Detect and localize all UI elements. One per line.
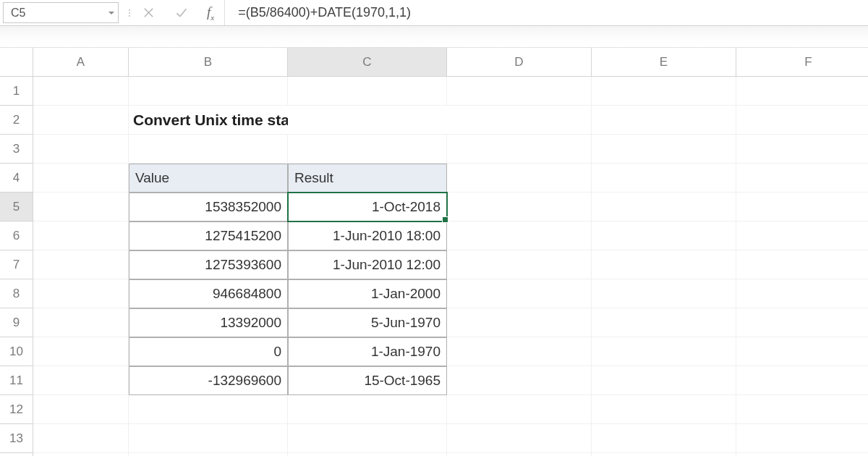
- cancel-icon[interactable]: [142, 6, 156, 20]
- cell-C13[interactable]: [288, 424, 447, 453]
- cell-F11[interactable]: [736, 366, 868, 395]
- cell-A2[interactable]: [33, 106, 129, 135]
- cell-D3[interactable]: [447, 135, 592, 164]
- row-head-2[interactable]: 2: [0, 106, 33, 135]
- cell-B12[interactable]: [129, 395, 288, 424]
- cell-C12[interactable]: [288, 395, 447, 424]
- cell-F1[interactable]: [736, 77, 868, 106]
- row-head-4[interactable]: 4: [0, 164, 33, 193]
- cell-A1[interactable]: [33, 77, 129, 106]
- cell-E14[interactable]: [592, 453, 736, 456]
- cell-B7[interactable]: 1275393600: [129, 250, 288, 279]
- cell-D5[interactable]: [447, 193, 592, 221]
- row-head-11[interactable]: 11: [0, 366, 33, 395]
- cell-A9[interactable]: [33, 308, 129, 337]
- row-head-5[interactable]: 5: [0, 193, 33, 221]
- cell-C9[interactable]: 5-Jun-1970: [288, 308, 447, 337]
- cell-C7[interactable]: 1-Jun-2010 12:00: [288, 250, 447, 279]
- cell-A8[interactable]: [33, 279, 129, 308]
- cell-D4[interactable]: [447, 164, 592, 193]
- col-head-E[interactable]: E: [592, 48, 736, 77]
- formula-input[interactable]: =(B5/86400)+DATE(1970,1,1): [224, 0, 868, 25]
- cell-A6[interactable]: [33, 221, 129, 250]
- cell-F8[interactable]: [736, 279, 868, 308]
- fx-icon[interactable]: fx: [207, 4, 214, 22]
- cell-B1[interactable]: [129, 77, 288, 106]
- cell-A13[interactable]: [33, 424, 129, 453]
- name-box-dropdown-icon[interactable]: [105, 3, 118, 22]
- col-head-D[interactable]: D: [447, 48, 592, 77]
- row-head-9[interactable]: 9: [0, 308, 33, 337]
- cell-C6[interactable]: 1-Jun-2010 18:00: [288, 221, 447, 250]
- cell-F5[interactable]: [736, 193, 868, 221]
- cell-F12[interactable]: [736, 395, 868, 424]
- cell-D14[interactable]: [447, 453, 592, 456]
- cell-F6[interactable]: [736, 221, 868, 250]
- cell-B5[interactable]: 1538352000: [129, 193, 288, 221]
- cell-B8[interactable]: 946684800: [129, 279, 288, 308]
- cell-A7[interactable]: [33, 250, 129, 279]
- col-head-C[interactable]: C: [288, 48, 447, 77]
- row-head-10[interactable]: 10: [0, 337, 33, 366]
- cell-D7[interactable]: [447, 250, 592, 279]
- cell-E10[interactable]: [592, 337, 736, 366]
- table-header-result[interactable]: Result: [288, 164, 447, 193]
- cell-E5[interactable]: [592, 193, 736, 221]
- cell-F14[interactable]: [736, 453, 868, 456]
- cell-B13[interactable]: [129, 424, 288, 453]
- enter-icon[interactable]: [174, 6, 188, 20]
- cell-E12[interactable]: [592, 395, 736, 424]
- cell-D6[interactable]: [447, 221, 592, 250]
- table-header-value[interactable]: Value: [129, 164, 288, 193]
- cell-C2[interactable]: [288, 106, 447, 135]
- row-head-8[interactable]: 8: [0, 279, 33, 308]
- cell-E9[interactable]: [592, 308, 736, 337]
- cell-B11[interactable]: -132969600: [129, 366, 288, 395]
- cell-F9[interactable]: [736, 308, 868, 337]
- cell-E1[interactable]: [592, 77, 736, 106]
- cell-F4[interactable]: [736, 164, 868, 193]
- cell-E7[interactable]: [592, 250, 736, 279]
- cell-F13[interactable]: [736, 424, 868, 453]
- row-head-12[interactable]: 12: [0, 395, 33, 424]
- page-title[interactable]: Convert Unix time stamp to Excel date: [129, 106, 288, 135]
- cell-C1[interactable]: [288, 77, 447, 106]
- cell-E4[interactable]: [592, 164, 736, 193]
- cell-D10[interactable]: [447, 337, 592, 366]
- select-all-corner[interactable]: [0, 48, 33, 77]
- name-box[interactable]: C5: [3, 2, 119, 23]
- cell-C8[interactable]: 1-Jan-2000: [288, 279, 447, 308]
- cell-A12[interactable]: [33, 395, 129, 424]
- cell-B3[interactable]: [129, 135, 288, 164]
- cell-A5[interactable]: [33, 193, 129, 221]
- cell-E2[interactable]: [592, 106, 736, 135]
- row-head-7[interactable]: 7: [0, 250, 33, 279]
- cell-F2[interactable]: [736, 106, 868, 135]
- cell-E11[interactable]: [592, 366, 736, 395]
- cell-F10[interactable]: [736, 337, 868, 366]
- cell-D1[interactable]: [447, 77, 592, 106]
- cell-A10[interactable]: [33, 337, 129, 366]
- row-head-13[interactable]: 13: [0, 424, 33, 453]
- cell-A4[interactable]: [33, 164, 129, 193]
- cell-C14[interactable]: [288, 453, 447, 456]
- cell-A11[interactable]: [33, 366, 129, 395]
- row-head-1[interactable]: 1: [0, 77, 33, 106]
- cell-D9[interactable]: [447, 308, 592, 337]
- cell-A14[interactable]: [33, 453, 129, 456]
- cell-C11[interactable]: 15-Oct-1965: [288, 366, 447, 395]
- cell-B14[interactable]: [129, 453, 288, 456]
- cell-D13[interactable]: [447, 424, 592, 453]
- cell-E8[interactable]: [592, 279, 736, 308]
- cell-C5[interactable]: 1-Oct-2018: [288, 193, 447, 221]
- cell-B6[interactable]: 1275415200: [129, 221, 288, 250]
- cell-C3[interactable]: [288, 135, 447, 164]
- col-head-B[interactable]: B: [129, 48, 288, 77]
- cell-A3[interactable]: [33, 135, 129, 164]
- cell-F7[interactable]: [736, 250, 868, 279]
- cell-F3[interactable]: [736, 135, 868, 164]
- col-head-F[interactable]: F: [736, 48, 868, 77]
- cell-B9[interactable]: 13392000: [129, 308, 288, 337]
- cell-D12[interactable]: [447, 395, 592, 424]
- cell-E6[interactable]: [592, 221, 736, 250]
